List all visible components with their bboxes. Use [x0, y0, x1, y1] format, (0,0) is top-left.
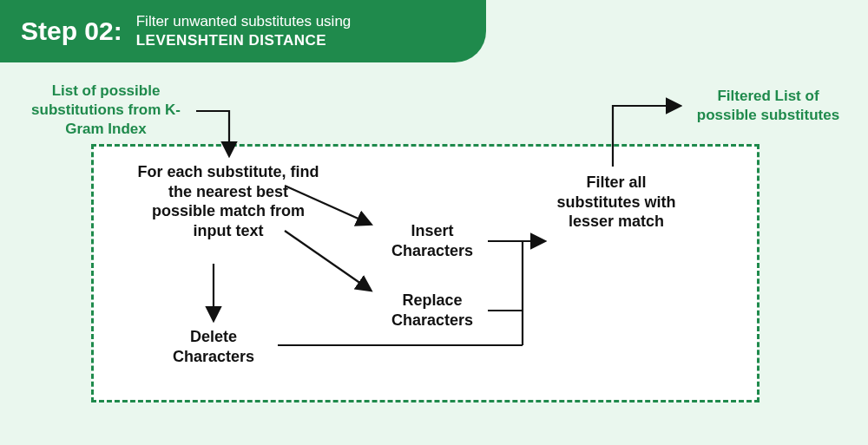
output-label: Filtered List of possible substitutes: [686, 87, 851, 125]
step-number: Step 02:: [21, 16, 122, 46]
node-filter-substitutes: Filter all substitutes with lesser match: [556, 173, 677, 232]
node-delete-characters: Delete Characters: [153, 327, 274, 366]
step-header: Step 02: Filter unwanted substitutes usi…: [0, 0, 486, 62]
step-description: Filter unwanted substitutes using LEVENS…: [136, 12, 352, 50]
process-box: For each substitute, find the nearest be…: [91, 144, 760, 402]
node-find-match: For each substitute, find the nearest be…: [137, 162, 319, 240]
step-subtitle-line2: LEVENSHTEIN DISTANCE: [136, 32, 326, 49]
node-replace-characters: Replace Characters: [380, 291, 484, 330]
node-insert-characters: Insert Characters: [380, 221, 484, 260]
step-subtitle-line1: Filter unwanted substitutes using: [136, 13, 352, 29]
input-label: List of possible substitutions from K-Gr…: [19, 82, 193, 139]
